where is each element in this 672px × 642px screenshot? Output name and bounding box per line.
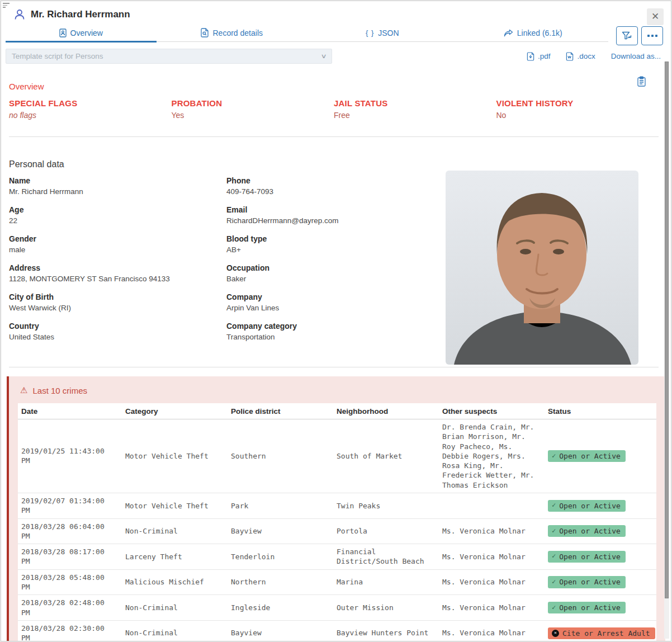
personal-field: Company category Transportation (226, 322, 444, 341)
crime-district-cell: Tenderloin (228, 544, 333, 570)
field-label: Occupation (226, 263, 444, 272)
filter-icon (622, 31, 633, 41)
status-badge: ✓ Open or Active (548, 525, 626, 537)
more-options-button[interactable] (641, 26, 663, 45)
tab-overview[interactable]: Overview (6, 24, 157, 41)
toolbar: Template script for Persons ∨ .pdf .docx (6, 49, 663, 64)
crime-table-row: 2018/03/28 05:48:00 PM Malicious Mischie… (18, 569, 656, 595)
flag-label: VIOLENT HISTORY (496, 98, 659, 108)
template-script-select[interactable]: Template script for Persons ∨ (6, 49, 332, 64)
field-label: Blood type (226, 234, 444, 243)
crime-status-cell: ✓ Open or Active (545, 595, 656, 621)
flag-value: Yes (172, 111, 334, 120)
linked-share-icon (504, 29, 513, 37)
crime-table-row: 2018/03/28 06:04:00 PM Non-Criminal Bayv… (18, 518, 656, 544)
warning-icon: ⚠ (20, 385, 27, 395)
crime-date-cell: 2019/02/07 01:34:00 PM (18, 493, 122, 518)
special-flags-grid: SPECIAL FLAGS no flags PROBATION Yes JAI… (9, 98, 659, 120)
crimes-column-header: Neighborhood (333, 403, 439, 419)
field-value: 409-764-7093 (226, 187, 444, 196)
resize-grip-icon[interactable] (3, 3, 12, 10)
field-label: Name (9, 176, 226, 185)
close-icon[interactable]: ✕ (647, 8, 664, 25)
flag-column: VIOLENT HISTORY No (496, 98, 659, 120)
tab-linked[interactable]: Linked (6.1k) (458, 24, 609, 41)
crime-district-cell: Northern (228, 569, 333, 595)
tabs-bar: Overview Record details { } JSON (1, 24, 671, 42)
tab-actions (616, 26, 663, 45)
status-label: Open or Active (559, 451, 621, 461)
field-value: male (9, 246, 226, 254)
field-label: City of Birth (9, 292, 226, 301)
crime-status-cell: ✓ Open or Active (545, 544, 656, 570)
personal-field: Email RichardDHerrmann@dayrep.com (226, 205, 444, 225)
personal-field: City of Birth West Warwick (RI) (9, 292, 226, 312)
status-label: Open or Active (559, 501, 621, 511)
crimes-table-header-row: DateCategoryPolice districtNeighborhoodO… (18, 403, 656, 419)
status-badge: ✓ Open or Active (548, 576, 626, 588)
docx-icon (566, 52, 574, 61)
flag-value: no flags (9, 111, 172, 120)
field-label: Address (9, 263, 226, 272)
crime-suspects-cell: Ms. Veronica Molnar (439, 544, 545, 570)
personal-column-left: Name Mr. Richard Herrmann Age 22 Gender … (9, 176, 226, 351)
status-icon: ✓ (552, 527, 556, 536)
crime-category-cell: Non-Criminal (122, 595, 228, 621)
flag-label: PROBATION (172, 98, 334, 108)
field-value: Arpin Van Lines (226, 304, 444, 312)
crime-table-row: 2019/01/25 11:43:00 PM Motor Vehicle The… (18, 419, 656, 493)
crime-district-cell: Southern (228, 419, 333, 493)
flag-label: JAIL STATUS (334, 98, 496, 108)
download-pdf-link[interactable]: .pdf (527, 52, 551, 61)
modal-header: Mr. Richard Herrmann ✕ (1, 1, 671, 23)
personal-field: Phone 409-764-7093 (226, 176, 444, 196)
field-value: 22 (9, 216, 226, 225)
status-icon: ✓ (552, 603, 556, 612)
flag-value: Free (334, 111, 496, 120)
tab-record-details[interactable]: Record details (157, 24, 307, 41)
page-title: Mr. Richard Herrmann (31, 9, 130, 20)
personal-field: Occupation Baker (226, 263, 444, 283)
crime-neighborhood-cell: Outer Mission (333, 595, 439, 621)
field-label: Age (9, 205, 226, 214)
status-label: Open or Active (559, 603, 621, 612)
status-badge: ✓ Open or Active (548, 500, 626, 512)
flag-column: JAIL STATUS Free (334, 98, 496, 120)
crime-status-cell: ✕ Cite or Arrest Adult (545, 620, 656, 641)
clipboard-copy-icon[interactable] (637, 76, 646, 88)
crime-suspects-cell: Ms. Veronica Molnar (439, 569, 545, 595)
crime-table-row: 2018/03/28 08:17:00 PM Larceny Theft Ten… (18, 544, 656, 570)
flag-label: SPECIAL FLAGS (9, 98, 172, 108)
crime-status-cell: ✓ Open or Active (545, 518, 656, 544)
status-badge: ✓ Open or Active (548, 450, 626, 462)
tab-label: Linked (6.1k) (517, 29, 562, 37)
last-crimes-section: ⚠ Last 10 crimes DateCategoryPolice dist… (7, 376, 665, 641)
scrollbar-thumb[interactable] (665, 62, 669, 598)
download-links: .pdf .docx Download as... (347, 52, 663, 61)
tab-json[interactable]: { } JSON (307, 24, 458, 41)
tab-label: Overview (70, 29, 103, 37)
status-badge: ✓ Open or Active (548, 602, 626, 613)
crime-neighborhood-cell: Financial District/South Beach (333, 544, 439, 570)
crime-neighborhood-cell: Bayview Hunters Point (333, 620, 439, 641)
field-label: Phone (226, 176, 444, 185)
field-value: AB+ (226, 246, 444, 254)
crime-neighborhood-cell: South of Market (333, 419, 439, 493)
id-badge-icon (59, 29, 67, 37)
json-braces-icon: { } (366, 29, 374, 37)
download-docx-link[interactable]: .docx (566, 52, 595, 61)
overview-section-title: Overview (9, 82, 659, 91)
vertical-scrollbar[interactable] (664, 62, 669, 639)
crimes-column-header: Police district (228, 403, 333, 419)
crimes-column-header: Status (545, 403, 656, 419)
filter-export-button[interactable] (616, 26, 638, 45)
template-select-placeholder: Template script for Persons (12, 52, 321, 60)
personal-field: Country United States (9, 322, 226, 341)
field-value: Transportation (226, 333, 444, 341)
person-record-modal: Mr. Richard Herrmann ✕ Overview (1, 1, 671, 641)
last-crimes-label: Last 10 crimes (32, 386, 87, 395)
status-icon: ✕ (552, 630, 559, 637)
download-as-link[interactable]: Download as... (611, 52, 661, 60)
personal-field: Company Arpin Van Lines (226, 292, 444, 312)
field-value: United States (9, 333, 226, 341)
